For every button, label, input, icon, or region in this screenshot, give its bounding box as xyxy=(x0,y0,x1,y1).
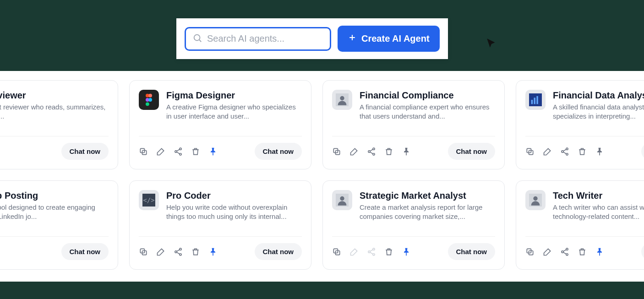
agent-actions xyxy=(525,147,604,156)
agent-actions xyxy=(332,147,411,156)
search-input[interactable] xyxy=(207,33,323,44)
svg-point-8 xyxy=(146,102,149,106)
agent-title: Tech Writer xyxy=(553,190,644,201)
chat-now-button[interactable]: Chat now xyxy=(641,243,644,260)
share-icon[interactable] xyxy=(560,247,569,256)
agent-avatar xyxy=(332,90,352,110)
cursor-icon xyxy=(486,38,497,51)
edit-icon[interactable] xyxy=(349,147,359,156)
agent-cards-grid: Contract Reviewer An expert contract rev… xyxy=(0,80,644,270)
agent-description: Create a market analysis report for larg… xyxy=(360,203,495,222)
copy-icon[interactable] xyxy=(139,147,148,156)
svg-point-10 xyxy=(340,96,344,100)
agent-description: An expert contract reviewer who reads, s… xyxy=(0,103,109,121)
pin-icon[interactable] xyxy=(402,247,411,256)
copy-icon[interactable] xyxy=(139,247,148,256)
svg-line-1 xyxy=(199,40,201,42)
svg-point-7 xyxy=(148,98,152,102)
agent-description: An advanced AI tool designed to create e… xyxy=(0,203,109,222)
trash-icon[interactable] xyxy=(191,147,200,156)
agent-description: A financial compliance expert who ensure… xyxy=(360,103,495,121)
agent-card: Figma Designer A creative Figma designer… xyxy=(129,80,311,169)
agent-description: A tech writer who can assist with your t… xyxy=(553,203,644,222)
svg-rect-12 xyxy=(531,100,533,104)
pin-icon[interactable] xyxy=(595,247,604,256)
top-toolbar: Create AI Agent xyxy=(176,18,448,59)
svg-point-20 xyxy=(533,196,537,201)
edit-icon[interactable] xyxy=(543,247,552,256)
trash-icon[interactable] xyxy=(384,147,393,156)
chat-now-button[interactable]: Chat now xyxy=(61,143,109,160)
agent-avatar xyxy=(332,190,352,210)
agent-description: Help you write code without overexplain … xyxy=(166,203,302,222)
share-icon xyxy=(367,247,376,256)
agent-card: Tech Writer A tech writer who can assist… xyxy=(516,180,644,270)
agent-title: Contract Reviewer xyxy=(0,90,109,101)
chat-now-button[interactable]: Chat now xyxy=(448,243,496,260)
svg-rect-13 xyxy=(534,98,536,104)
agent-card: LinkedIn Job Posting An advanced AI tool… xyxy=(0,180,118,270)
agent-avatar: </> xyxy=(139,190,159,210)
plus-icon xyxy=(348,33,357,44)
edit-icon xyxy=(349,247,359,256)
agent-card: Financial Data Analyst A skilled financi… xyxy=(516,80,644,169)
svg-rect-14 xyxy=(536,96,538,104)
trash-icon[interactable] xyxy=(384,247,393,256)
share-icon[interactable] xyxy=(560,147,569,156)
search-box[interactable] xyxy=(185,27,331,51)
trash-icon[interactable] xyxy=(191,247,200,256)
pin-icon[interactable] xyxy=(402,147,411,156)
trash-icon[interactable] xyxy=(578,247,587,256)
chat-now-button[interactable]: Chat now xyxy=(641,143,644,160)
svg-point-18 xyxy=(340,196,344,201)
agent-actions xyxy=(139,147,218,156)
agent-title: Financial Compliance xyxy=(360,90,495,101)
chat-now-button[interactable]: Chat now xyxy=(255,143,302,160)
share-icon[interactable] xyxy=(367,147,376,156)
share-icon[interactable] xyxy=(174,247,183,256)
copy-icon[interactable] xyxy=(332,147,341,156)
svg-text:</>: </> xyxy=(143,196,154,204)
search-icon xyxy=(192,33,202,45)
agent-card: Financial Compliance A financial complia… xyxy=(322,80,505,169)
trash-icon[interactable] xyxy=(578,147,587,156)
edit-icon[interactable] xyxy=(543,147,552,156)
create-agent-label: Create AI Agent xyxy=(361,33,430,44)
share-icon[interactable] xyxy=(174,147,183,156)
svg-point-0 xyxy=(194,34,200,40)
chat-now-button[interactable]: Chat now xyxy=(448,143,496,160)
agent-title: Pro Coder xyxy=(166,190,302,201)
edit-icon[interactable] xyxy=(156,247,165,256)
agent-cards-area: Contract Reviewer An expert contract rev… xyxy=(0,71,644,282)
agent-title: Financial Data Analyst xyxy=(553,90,644,101)
copy-icon[interactable] xyxy=(525,147,535,156)
agent-avatar xyxy=(525,90,546,110)
chat-now-button[interactable]: Chat now xyxy=(255,243,302,260)
agent-title: LinkedIn Job Posting xyxy=(0,190,109,201)
pin-icon[interactable] xyxy=(208,247,218,256)
agent-card: Contract Reviewer An expert contract rev… xyxy=(0,80,118,169)
agent-avatar xyxy=(525,190,546,210)
svg-point-5 xyxy=(148,94,152,98)
agent-title: Strategic Market Analyst xyxy=(360,190,495,201)
edit-icon[interactable] xyxy=(156,147,165,156)
agent-actions xyxy=(332,247,411,256)
agent-card: Strategic Market Analyst Create a market… xyxy=(322,180,505,270)
pin-icon[interactable] xyxy=(595,147,604,156)
agent-description: A skilled financial data analyst who spe… xyxy=(553,103,644,121)
agent-card: </> Pro Coder Help you write code withou… xyxy=(129,180,311,270)
create-agent-button[interactable]: Create AI Agent xyxy=(338,26,440,52)
copy-icon[interactable] xyxy=(525,247,535,256)
chat-now-button[interactable]: Chat now xyxy=(61,243,109,260)
pin-icon[interactable] xyxy=(208,147,218,156)
agent-avatar xyxy=(139,90,159,110)
agent-actions xyxy=(139,247,218,256)
agent-title: Figma Designer xyxy=(166,90,302,101)
agent-actions xyxy=(525,247,604,256)
agent-description: A creative Figma designer who specialize… xyxy=(166,103,302,121)
copy-icon[interactable] xyxy=(332,247,341,256)
